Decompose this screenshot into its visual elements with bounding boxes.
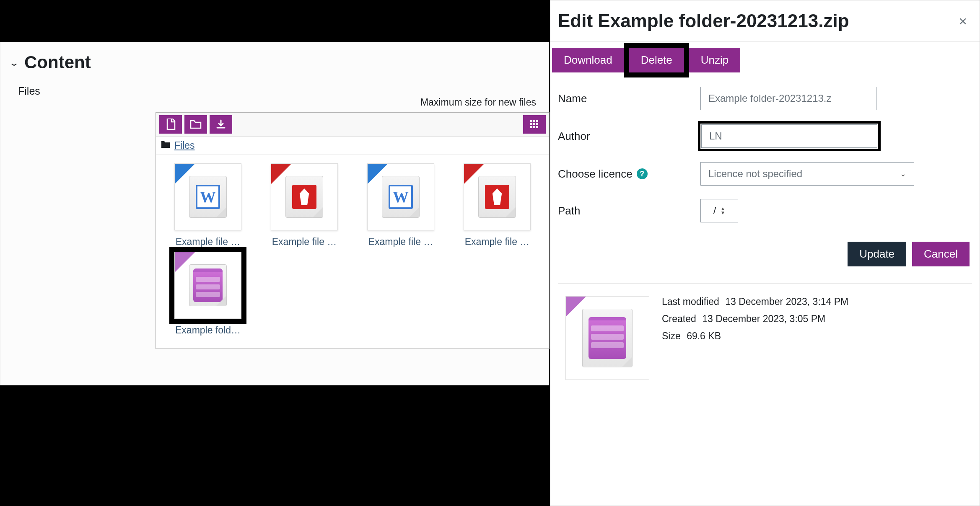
chevron-down-icon: ⌄ [900,169,906,178]
name-row: Name [550,80,980,117]
grid-icon [530,120,539,129]
file-picker: Files W Example file … Exa [156,112,550,349]
download-all-button[interactable] [210,115,232,134]
svg-rect-2 [536,120,538,122]
file-thumbnail [464,163,531,230]
file-name: Example file … [355,236,447,248]
licence-row: Choose licence ? Licence not specified ⌄ [550,155,980,192]
metadata-list: Last modified 13 December 2023, 3:14 PM … [662,296,848,380]
file-item[interactable]: W Example file … [355,163,447,248]
download-icon [216,119,226,129]
breadcrumb-link[interactable]: Files [174,140,195,151]
dialog-header: Edit Example folder-20231213.zip × [550,0,980,41]
file-name: Example file … [451,236,543,248]
licence-value: Licence not specified [708,168,802,180]
name-label: Name [558,92,700,105]
delete-button[interactable]: Delete [629,48,684,72]
edit-file-dialog: Edit Example folder-20231213.zip × Downl… [550,0,980,506]
file-name: Example fold… [162,325,254,336]
path-select[interactable]: / ▲▼ [700,199,738,222]
file-icon [166,119,176,130]
cancel-button[interactable]: Cancel [912,242,970,266]
file-thumbnail [174,252,241,319]
name-input[interactable] [700,87,876,110]
max-size-text: Maximum size for new files [156,97,549,108]
svg-rect-3 [530,123,532,125]
created-row: Created 13 December 2023, 3:05 PM [662,313,848,325]
help-icon[interactable]: ? [637,168,648,179]
path-label: Path [558,204,700,217]
action-row: Download Delete Unzip [552,42,980,80]
author-row: Author [550,117,980,155]
section-header[interactable]: ⌄ Content [0,42,549,77]
archive-icon [589,317,626,359]
file-item[interactable]: Example fold… [162,252,254,336]
chevron-down-icon: ⌄ [9,57,19,68]
path-value: / [713,205,716,217]
grid-view-button[interactable] [523,115,546,134]
svg-rect-1 [533,120,535,122]
licence-label: Choose licence ? [558,168,700,181]
file-name: Example file … [258,236,350,248]
file-thumbnail: W [367,163,434,230]
file-thumbnail [271,163,338,230]
pdf-icon [485,185,509,209]
svg-rect-6 [530,126,532,128]
download-button[interactable]: Download [552,48,624,72]
size-row: Size 69.6 KB [662,330,848,342]
size-value: 69.6 KB [687,330,721,341]
files-area: Maximum size for new files [156,97,549,349]
last-modified-row: Last modified 13 December 2023, 3:14 PM [662,296,848,307]
created-label: Created [662,313,696,324]
file-thumbnail: W [174,163,241,230]
last-modified-value: 13 December 2023, 3:14 PM [725,296,848,307]
file-toolbar [156,113,549,137]
breadcrumb: Files [156,137,549,155]
last-modified-label: Last modified [662,296,719,307]
word-icon: W [389,185,413,209]
author-input[interactable] [701,124,877,148]
folder-icon [190,120,202,129]
close-icon: × [959,13,967,29]
dialog-footer: Update Cancel [550,229,980,283]
svg-rect-5 [536,123,538,125]
close-button[interactable]: × [959,13,967,29]
file-grid: W Example file … Example file … [156,155,549,349]
folder-icon [161,141,170,150]
section-title: Content [24,52,91,72]
dialog-title: Edit Example folder-20231213.zip [558,10,849,31]
svg-rect-8 [536,126,538,128]
update-button[interactable]: Update [848,242,906,266]
content-section: ⌄ Content Files Maximum size for new fil… [0,42,549,385]
size-label: Size [662,330,681,341]
add-folder-button[interactable] [184,115,207,134]
add-file-button[interactable] [159,115,182,134]
file-name: Example file … [162,236,254,248]
author-label: Author [558,130,700,143]
file-item[interactable]: W Example file … [162,163,254,248]
pdf-icon [292,185,316,209]
files-label: Files [0,77,549,97]
svg-rect-4 [533,123,535,125]
licence-select[interactable]: Licence not specified ⌄ [700,162,914,186]
word-icon: W [196,185,220,209]
sort-arrows-icon: ▲▼ [720,207,725,215]
file-item[interactable]: Example file … [451,163,543,248]
file-preview [565,296,649,380]
path-row: Path / ▲▼ [550,192,980,229]
svg-rect-7 [533,126,535,128]
created-value: 13 December 2023, 3:05 PM [702,313,825,324]
file-metadata: Last modified 13 December 2023, 3:14 PM … [558,283,972,392]
svg-rect-0 [530,120,532,122]
unzip-button[interactable]: Unzip [689,48,740,72]
file-item[interactable]: Example file … [258,163,350,248]
